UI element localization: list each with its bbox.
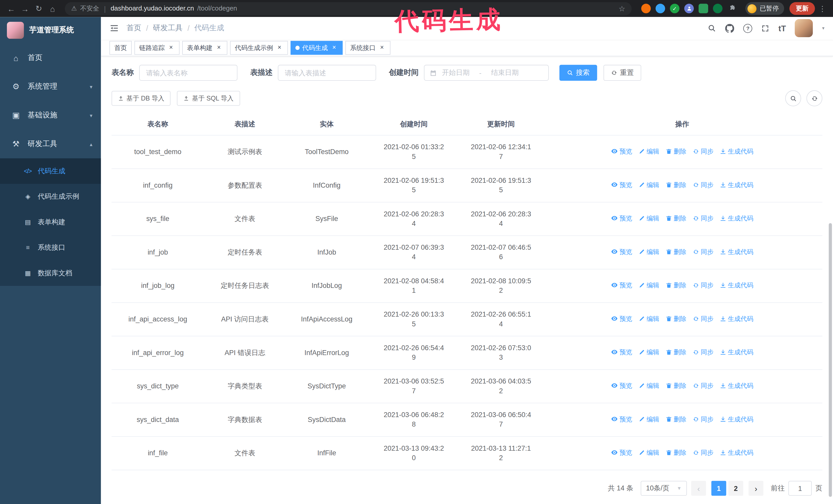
browser-home-button[interactable]: ⌂ — [47, 3, 58, 14]
sidebar-subitem-codegen[interactable]: </>代码生成 — [0, 159, 101, 184]
action-preview[interactable]: 预览 — [611, 347, 632, 357]
search-button[interactable]: 搜索 — [560, 65, 597, 81]
browser-forward-button[interactable]: → — [19, 3, 31, 14]
bookmark-star-icon[interactable]: ☆ — [619, 4, 625, 13]
sidebar-subitem-db-doc[interactable]: ▦数据库文档 — [0, 261, 101, 286]
puzzle-extensions-icon[interactable] — [728, 4, 737, 13]
sidebar-subitem-form-builder[interactable]: ▤表单构建 — [0, 210, 101, 235]
page-button-2[interactable]: 2 — [729, 481, 743, 496]
action-preview[interactable]: 预览 — [611, 281, 632, 290]
import-db-button[interactable]: 基于 DB 导入 — [112, 91, 171, 105]
action-delete[interactable]: 删除 — [666, 381, 686, 391]
action-delete[interactable]: 删除 — [666, 281, 686, 290]
close-icon[interactable]: × — [330, 44, 338, 52]
action-delete[interactable]: 删除 — [666, 180, 686, 190]
logo[interactable]: 芋道管理系统 — [0, 17, 101, 44]
breadcrumb-item[interactable]: 首页 — [126, 24, 141, 33]
tab-tracer[interactable]: 链路追踪× — [134, 41, 180, 55]
action-sync[interactable]: 同步 — [693, 414, 714, 424]
action-sync[interactable]: 同步 — [693, 180, 714, 190]
sidebar-item-home[interactable]: ⌂首页 — [0, 44, 101, 72]
action-generate[interactable]: 生成代码 — [720, 414, 754, 424]
action-generate[interactable]: 生成代码 — [720, 347, 754, 357]
action-delete[interactable]: 删除 — [666, 214, 686, 223]
extension-icon-leaf[interactable] — [713, 4, 722, 13]
page-button-1[interactable]: 1 — [711, 481, 726, 496]
action-edit[interactable]: 编辑 — [639, 448, 659, 458]
breadcrumb-item[interactable]: 研发工具 — [153, 24, 183, 33]
tab-home[interactable]: 首页 — [110, 41, 132, 55]
extension-icon-green-square[interactable] — [699, 4, 708, 13]
action-edit[interactable]: 编辑 — [639, 347, 659, 357]
extension-icon-blue-drop[interactable] — [656, 4, 665, 13]
action-sync[interactable]: 同步 — [693, 281, 714, 290]
action-delete[interactable]: 删除 — [666, 448, 686, 458]
action-delete[interactable]: 删除 — [666, 247, 686, 257]
action-edit[interactable]: 编辑 — [639, 414, 659, 424]
action-edit[interactable]: 编辑 — [639, 214, 659, 223]
fullscreen-icon[interactable] — [761, 24, 769, 32]
action-generate[interactable]: 生成代码 — [720, 381, 754, 391]
action-generate[interactable]: 生成代码 — [720, 214, 754, 223]
reset-button[interactable]: 重置 — [603, 65, 641, 81]
action-edit[interactable]: 编辑 — [639, 180, 659, 190]
chevron-down-icon[interactable]: ▾ — [822, 26, 824, 31]
action-sync[interactable]: 同步 — [693, 448, 714, 458]
action-edit[interactable]: 编辑 — [639, 281, 659, 290]
action-preview[interactable]: 预览 — [611, 381, 632, 390]
action-generate[interactable]: 生成代码 — [720, 314, 754, 323]
tab-system-api[interactable]: 系统接口× — [345, 41, 390, 55]
tab-codegen-example[interactable]: 代码生成示例× — [230, 41, 288, 55]
close-icon[interactable]: × — [215, 44, 222, 52]
extension-icon-orange[interactable] — [641, 4, 651, 13]
goto-page-input[interactable] — [788, 481, 812, 496]
prev-page-button[interactable]: ‹ — [691, 481, 706, 496]
action-sync[interactable]: 同步 — [693, 147, 714, 157]
github-icon[interactable] — [725, 24, 734, 33]
close-icon[interactable]: × — [167, 44, 175, 52]
page-size-select[interactable]: 10条/页 ▼ — [641, 481, 687, 496]
action-sync[interactable]: 同步 — [693, 314, 714, 323]
action-delete[interactable]: 删除 — [666, 347, 686, 357]
tab-codegen[interactable]: 代码生成× — [291, 41, 343, 55]
font-size-icon[interactable]: tT — [779, 24, 786, 33]
action-preview[interactable]: 预览 — [611, 414, 632, 424]
extension-icon-green-check[interactable]: ✓ — [670, 4, 680, 13]
action-preview[interactable]: 预览 — [611, 214, 632, 223]
action-edit[interactable]: 编辑 — [639, 247, 659, 257]
action-edit[interactable]: 编辑 — [639, 314, 659, 323]
address-bar[interactable]: ⚠ 不安全 | dashboard.yudao.iocoder.cn/tool/… — [65, 2, 632, 15]
toggle-search-button[interactable] — [785, 90, 801, 106]
sidebar-item-system-management[interactable]: ⚙系统管理▾ — [0, 72, 101, 101]
action-generate[interactable]: 生成代码 — [720, 180, 754, 190]
table-desc-input[interactable] — [278, 65, 376, 81]
action-delete[interactable]: 删除 — [666, 414, 686, 424]
action-generate[interactable]: 生成代码 — [720, 448, 754, 458]
help-icon[interactable]: ? — [743, 24, 752, 33]
scrollbar-thumb[interactable] — [829, 223, 832, 497]
action-sync[interactable]: 同步 — [693, 381, 714, 391]
action-sync[interactable]: 同步 — [693, 214, 714, 223]
browser-menu-icon[interactable]: ⋮ — [819, 4, 826, 13]
action-generate[interactable]: 生成代码 — [720, 147, 754, 157]
action-edit[interactable]: 编辑 — [639, 381, 659, 391]
user-avatar[interactable] — [795, 19, 813, 37]
sidebar-item-infrastructure[interactable]: ▣基础设施▾ — [0, 101, 101, 130]
action-preview[interactable]: 预览 — [611, 448, 632, 457]
search-icon[interactable] — [708, 24, 716, 32]
sidebar-subitem-codegen-example[interactable]: ◈代码生成示例 — [0, 184, 101, 209]
action-preview[interactable]: 预览 — [611, 180, 632, 189]
browser-back-button[interactable]: ← — [5, 3, 17, 14]
action-edit[interactable]: 编辑 — [639, 147, 659, 157]
action-preview[interactable]: 预览 — [611, 314, 632, 323]
import-sql-button[interactable]: 基于 SQL 导入 — [177, 91, 240, 105]
extension-icon-people[interactable] — [684, 4, 694, 13]
sidebar-item-dev-tools[interactable]: ⚒研发工具▴ — [0, 130, 101, 159]
action-sync[interactable]: 同步 — [693, 247, 714, 257]
table-name-input[interactable] — [139, 65, 237, 81]
browser-update-button[interactable]: 更新 — [789, 2, 815, 15]
action-generate[interactable]: 生成代码 — [720, 247, 754, 257]
sync-paused-badge[interactable]: 已暂停 — [745, 2, 784, 15]
tab-form-builder[interactable]: 表单构建× — [182, 41, 227, 55]
browser-reload-button[interactable]: ↻ — [33, 3, 45, 14]
